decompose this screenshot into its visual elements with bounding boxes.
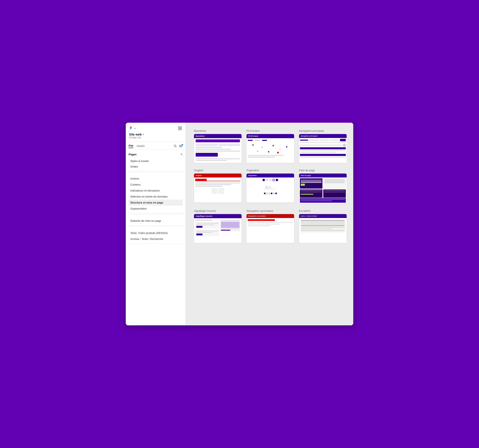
card-pied-de-page[interactable]: Pied de page Pied de page [299, 169, 347, 204]
nav-principale-body [299, 138, 347, 159]
fil-ariane-body: › › [246, 138, 294, 159]
card-nav-secondaire[interactable]: Navigation secondaire Navigation seconda… [246, 209, 294, 243]
pages-grid: Bannières Bannières [194, 129, 347, 243]
pied-thumb-header: Pied de page [299, 174, 347, 177]
encadres-thumb-header: Liens - Centre d'aide [299, 214, 347, 218]
svg-rect-1 [130, 127, 131, 128]
onglets-body [194, 177, 242, 195]
search-btn[interactable] [173, 144, 177, 148]
notification-icon [179, 144, 183, 148]
svg-rect-3 [131, 127, 132, 128]
pages-header: Pages + [129, 153, 183, 156]
sidebar-top: ▾ Site web ▾ Design kits [126, 123, 186, 142]
nav-item-superposition[interactable]: Superposition [129, 206, 183, 212]
card-onglets[interactable]: Onglets Onglets [194, 169, 242, 204]
site-name: Site web [129, 133, 142, 136]
svg-rect-5 [178, 127, 180, 130]
divider-2 [129, 214, 183, 214]
fil-scatter [248, 142, 293, 155]
card-pagination[interactable]: Pagination Pagination An... [246, 169, 294, 204]
bannieres-thumb-header: Bannières [194, 134, 242, 138]
nav-item-structure[interactable]: Structure et mise en page [129, 200, 183, 206]
notification-btn[interactable] [179, 144, 183, 148]
svg-point-4 [131, 127, 132, 128]
card-pagination-thumb: Pagination An... [246, 174, 294, 202]
svg-rect-0 [130, 127, 131, 128]
divider-3 [129, 227, 183, 227]
pages-title: Pages [129, 153, 137, 156]
main-content: Bannières Bannières [186, 123, 353, 325]
nav-section-bottom: Gabarits de mise en page [126, 215, 186, 226]
site-name-chevron: ▾ [143, 133, 144, 135]
svg-rect-10 [180, 145, 182, 147]
card-aiguillage-thumb: Aiguillage Assurés [194, 214, 242, 243]
nav-principale-icon [343, 144, 346, 147]
nav-item-archive[interactable]: Archive - Tests / Recherche [129, 236, 183, 242]
card-bannieres[interactable]: Bannières Bannières [194, 129, 242, 163]
sidebar-logo-row: ▾ [129, 126, 182, 131]
card-bannieres-label: Bannières [194, 129, 242, 132]
svg-rect-7 [180, 128, 182, 130]
nav-secondaire-body [246, 218, 294, 228]
tab-file[interactable]: File [129, 144, 133, 148]
layout-toggle-btn[interactable] [178, 126, 182, 131]
card-nav-principale-thumb: Navigation principale [299, 134, 347, 163]
aiguillage-body [194, 218, 242, 239]
figma-icon [129, 126, 134, 131]
card-aiguillage[interactable]: Aiguillage Assurés Aiguillage Assurés [194, 209, 242, 243]
sidebar-tabs: File Assets [126, 142, 186, 150]
card-nav-secondaire-label: Navigation secondaire [246, 209, 294, 212]
svg-rect-2 [130, 128, 131, 129]
card-nav-principale[interactable]: Navigation principale Navigation princip… [299, 129, 347, 163]
nav-item-indicateurs[interactable]: Indicateurs et rétroaction [129, 187, 183, 194]
card-onglets-thumb: Onglets [194, 174, 242, 202]
card-encadres-label: Encadrés [299, 209, 347, 212]
nav-section-main: Actions Contenu Indicateurs et rétroacti… [126, 173, 186, 214]
search-icon [173, 144, 177, 148]
card-encadres-thumb: Liens - Centre d'aide [299, 214, 347, 243]
divider-1 [129, 172, 183, 172]
pagination-body: An... [246, 177, 294, 195]
add-page-btn[interactable]: + [180, 153, 183, 156]
pages-section: Pages + Styles & Assets Grilles [126, 150, 186, 171]
tab-icons [173, 144, 183, 148]
nav-item-selection[interactable]: Sélection et entrée de données [129, 194, 183, 200]
site-name-row: Site web ▾ [129, 133, 182, 136]
card-pagination-label: Pagination [246, 169, 294, 172]
page-item-grilles[interactable]: Grilles [129, 164, 183, 169]
pied-lower [300, 198, 346, 203]
nav-item-tests[interactable]: Tests: Tuiles produits (09/2024) [129, 230, 183, 236]
app-window: ▾ Site web ▾ Design kits File Assets [126, 123, 353, 325]
page-item-styles-assets[interactable]: Styles & Assets [129, 158, 183, 164]
card-nav-secondaire-thumb: Navigation secondaire [246, 214, 294, 243]
card-fil-ariane[interactable]: Fil d'ariane Fil d'Ariane › › [246, 129, 294, 163]
svg-line-9 [176, 147, 176, 147]
nav-principale-thumb-header: Navigation principale [299, 134, 347, 138]
encadres-body [299, 218, 347, 234]
card-pied-de-page-label: Pied de page [299, 169, 347, 172]
site-subtitle: Design kits [129, 136, 182, 139]
fil-breadcrumb: › › [248, 139, 293, 141]
pied-body [299, 177, 347, 189]
card-aiguillage-label: Aiguillage Assurés [194, 209, 242, 212]
nav-secondaire-thumb-header: Navigation secondaire [246, 214, 294, 218]
figma-logo-btn[interactable]: ▾ [129, 126, 135, 131]
onglets-thumb-header: Onglets [194, 174, 242, 177]
card-fil-ariane-thumb: Fil d'Ariane › › [246, 134, 294, 163]
card-onglets-label: Onglets [194, 169, 242, 172]
card-bannieres-thumb: Bannières [194, 134, 242, 163]
card-nav-principale-label: Navigation principale [299, 129, 347, 132]
nav-item-gabarits[interactable]: Gabarits de mise en page [129, 218, 183, 224]
card-encadres[interactable]: Encadrés Liens - Centre d'aide [299, 209, 347, 243]
an-text: An... [248, 182, 293, 192]
nav-principale-top [300, 139, 346, 141]
nav-item-contenu[interactable]: Contenu [129, 182, 183, 187]
svg-rect-6 [180, 127, 182, 128]
bannieres-thumb-body [194, 138, 242, 162]
onglets-tabs [195, 179, 240, 181]
tab-assets[interactable]: Assets [137, 144, 145, 148]
layout-icon [178, 126, 182, 131]
nav-item-actions[interactable]: Actions [129, 176, 183, 182]
aiguillage-thumb-header: Aiguillage Assurés [194, 214, 242, 218]
card-fil-ariane-label: Fil d'ariane [246, 129, 294, 132]
